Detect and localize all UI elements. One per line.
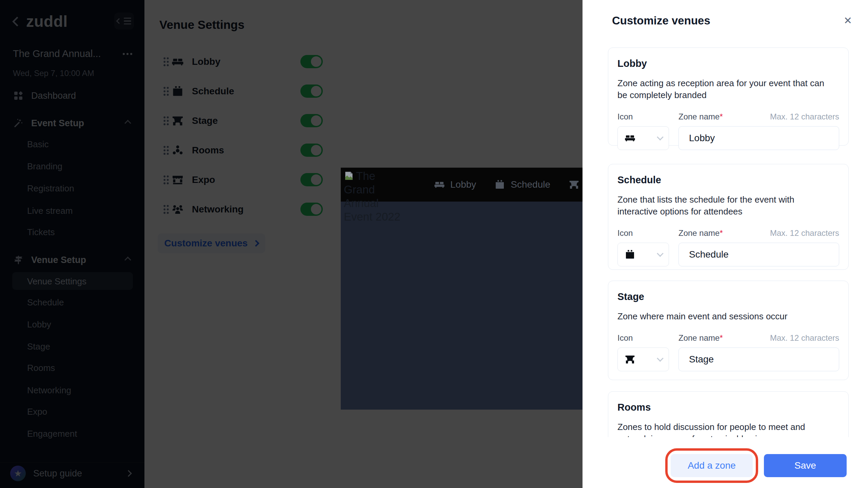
icon-select[interactable]	[617, 348, 669, 371]
save-button[interactable]: Save	[764, 454, 847, 477]
zone-name-label: Zone name*	[678, 112, 770, 121]
chevron-down-icon	[657, 355, 664, 362]
zone-name-label: Zone name*	[678, 333, 770, 343]
zone-name-input[interactable]	[678, 348, 839, 371]
preview-nav-label: Lobby	[450, 179, 476, 190]
chevron-down-icon	[657, 250, 664, 257]
preview-nav: Lobby Schedule Stage	[434, 168, 583, 202]
card-title: Rooms	[617, 402, 839, 413]
calendar-icon	[494, 179, 505, 190]
card-title: Stage	[617, 291, 839, 302]
stage-icon	[625, 354, 635, 365]
zone-name-input[interactable]	[678, 126, 839, 150]
zone-card-rooms: Rooms Zones to hold discussion for peopl…	[608, 391, 849, 437]
preview-nav-lobby: Lobby	[434, 179, 476, 190]
couch-icon	[434, 179, 445, 190]
zone-name-input[interactable]	[678, 243, 839, 266]
zone-card-lobby: Lobby Zone acting as reception area for …	[608, 48, 849, 146]
preview-broken-image: The Grand Annual Event 2022	[344, 169, 406, 224]
preview-nav-label: Schedule	[511, 179, 550, 190]
chevron-down-icon	[657, 134, 664, 140]
card-description: Zone that lists the schedule for the eve…	[617, 194, 826, 218]
card-description: Zone acting as reception area for your e…	[617, 77, 826, 101]
panel-footer: Add a zone Save	[583, 437, 868, 488]
card-title: Lobby	[617, 58, 839, 69]
calendar-icon	[625, 249, 635, 260]
card-description: Zones to hold discussion for people to m…	[617, 421, 826, 437]
max-chars-label: Max. 12 characters	[770, 228, 839, 238]
broken-image-icon	[344, 171, 354, 181]
icon-select[interactable]	[617, 126, 669, 150]
zone-card-schedule: Schedule Zone that lists the schedule fo…	[608, 164, 849, 270]
icon-label: Icon	[617, 228, 678, 238]
zuddl-app: zuddl The Grand Annual... Wed, Sep 7, 10…	[0, 0, 868, 488]
zone-card-stage: Stage Zone where main event and sessions…	[608, 281, 849, 380]
venue-preview: The Grand Annual Event 2022 Lobby Schedu…	[341, 168, 583, 410]
preview-nav-stage: Stage	[569, 179, 583, 190]
panel-scroll-area[interactable]: Lobby Zone acting as reception area for …	[583, 0, 868, 437]
icon-select[interactable]	[617, 243, 669, 266]
card-description: Zone where main event and sessions occur	[617, 311, 826, 322]
customize-venues-panel: Customize venues ✕ Lobby Zone acting as …	[583, 0, 868, 488]
add-a-zone-button[interactable]: Add a zone	[671, 454, 753, 477]
stage-icon	[569, 179, 579, 190]
icon-label: Icon	[617, 333, 678, 343]
couch-icon	[625, 133, 635, 144]
zone-name-label: Zone name*	[678, 228, 770, 238]
max-chars-label: Max. 12 characters	[770, 112, 839, 121]
max-chars-label: Max. 12 characters	[770, 333, 839, 343]
preview-nav-schedule: Schedule	[494, 179, 550, 190]
icon-label: Icon	[617, 112, 678, 121]
card-title: Schedule	[617, 174, 839, 186]
